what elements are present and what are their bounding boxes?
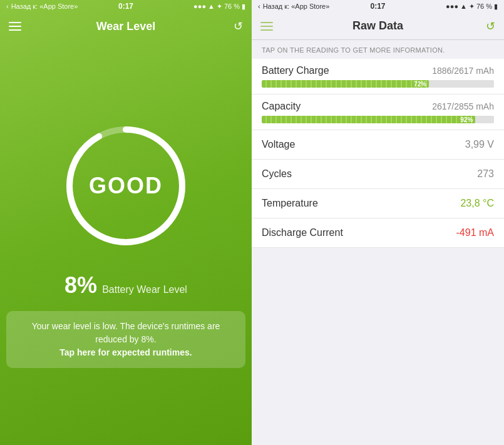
- back-chevron-icon: ‹: [6, 3, 9, 10]
- right-menu-icon[interactable]: [260, 22, 273, 31]
- left-panel: ‹ Назад к: «App Store» 0:17 ●●● ▲ ✦ 76 %…: [0, 0, 252, 445]
- capacity-bar-bg: 92%: [262, 116, 494, 123]
- discharge-value: -491 mA: [456, 227, 494, 238]
- discharge-row[interactable]: Discharge Current -491 mA: [252, 218, 504, 248]
- right-battery-icon: ▮: [494, 3, 498, 11]
- right-status-right: ●●● ▲ ✦ 76 % ▮: [446, 3, 498, 11]
- battery-charge-top: Battery Charge 1886/2617 mAh: [262, 65, 494, 76]
- right-battery-percent: 76 %: [476, 3, 492, 10]
- temperature-label: Temperature: [262, 198, 318, 209]
- info-text: Your wear level is low. The device's run…: [16, 320, 235, 359]
- wear-level-container: GOOD 8% Battery Wear Level Your wear lev…: [0, 40, 252, 445]
- capacity-value: 2617/2855 mAh: [432, 101, 494, 111]
- right-panel: ‹ Назад к: «App Store» 0:17 ●●● ▲ ✦ 76 %…: [252, 0, 504, 445]
- right-nav-title: Raw Data: [352, 19, 403, 33]
- left-refresh-button[interactable]: ↺: [234, 19, 243, 33]
- right-nav-bar: Raw Data ↺: [252, 13, 504, 40]
- voltage-row[interactable]: Voltage 3,99 V: [252, 130, 504, 160]
- battery-percent-left: 76 %: [224, 3, 240, 10]
- right-refresh-button[interactable]: ↺: [486, 19, 495, 33]
- temperature-value: 23,8 °C: [460, 198, 494, 209]
- cycles-value: 273: [477, 168, 494, 180]
- left-status-bar: ‹ Назад к: «App Store» 0:17 ●●● ▲ ✦ 76 %…: [0, 0, 252, 13]
- voltage-value: 3,99 V: [465, 139, 494, 150]
- capacity-top: Capacity 2617/2855 mAh: [262, 101, 494, 112]
- left-nav-title: Wear Level: [96, 20, 156, 33]
- info-bold-text: Tap here for expected runtimes.: [59, 347, 192, 357]
- battery-charge-label: Battery Charge: [262, 65, 329, 76]
- voltage-label: Voltage: [262, 139, 295, 150]
- wear-percent-value: 8%: [64, 272, 97, 299]
- discharge-label: Discharge Current: [262, 227, 343, 238]
- back-label: Назад к: «App Store»: [11, 3, 78, 10]
- capacity-label: Capacity: [262, 101, 301, 112]
- info-box[interactable]: Your wear level is low. The device's run…: [6, 311, 245, 368]
- right-status-time: 0:17: [370, 2, 385, 11]
- capacity-bar-fill: 92%: [262, 116, 475, 123]
- right-status-back[interactable]: ‹ Назад к: «App Store»: [258, 3, 329, 10]
- right-bluetooth-icon: ✦: [469, 3, 475, 11]
- battery-icon-left: ▮: [242, 3, 245, 11]
- right-bottom-spacer: [252, 248, 504, 445]
- battery-charge-bar-bg: 72%: [262, 80, 494, 88]
- right-signal-icon: ●●●: [446, 3, 458, 10]
- left-nav-bar: Wear Level ↺: [0, 13, 252, 40]
- left-status-right: ●●● ▲ ✦ 76 % ▮: [193, 3, 245, 11]
- battery-charge-value: 1886/2617 mAh: [432, 66, 494, 76]
- tap-hint: TAP ON THE READING TO GET MORE INFORMATI…: [252, 40, 504, 59]
- battery-charge-row[interactable]: Battery Charge 1886/2617 mAh 72%: [252, 59, 504, 95]
- right-wifi-icon: ▲: [460, 3, 467, 10]
- signal-icon: ●●●: [193, 3, 206, 10]
- wear-percent-row: 8% Battery Wear Level: [64, 272, 187, 299]
- battery-charge-percent: 72%: [414, 81, 426, 88]
- wifi-icon: ▲: [208, 3, 215, 10]
- left-status-time: 0:17: [118, 2, 133, 11]
- cycles-label: Cycles: [262, 168, 292, 180]
- bluetooth-icon: ✦: [217, 3, 222, 11]
- wear-description: Battery Wear Level: [102, 284, 187, 295]
- capacity-percent: 92%: [460, 116, 473, 123]
- cycles-row[interactable]: Cycles 273: [252, 160, 504, 189]
- good-label: GOOD: [89, 173, 163, 199]
- info-normal-text: Your wear level is low. The device's run…: [32, 321, 220, 344]
- data-list: Battery Charge 1886/2617 mAh 72% Capacit…: [252, 59, 504, 248]
- right-back-chevron-icon: ‹: [258, 3, 260, 10]
- battery-charge-bar-fill: 72%: [262, 80, 429, 88]
- temperature-row[interactable]: Temperature 23,8 °C: [252, 189, 504, 218]
- right-back-label: Назад к: «App Store»: [263, 3, 330, 10]
- right-status-bar: ‹ Назад к: «App Store» 0:17 ●●● ▲ ✦ 76 %…: [252, 0, 504, 13]
- menu-icon[interactable]: [9, 22, 21, 31]
- wear-circle: GOOD: [57, 117, 195, 255]
- left-status-back[interactable]: ‹ Назад к: «App Store»: [6, 3, 78, 10]
- capacity-row[interactable]: Capacity 2617/2855 mAh 92%: [252, 95, 504, 130]
